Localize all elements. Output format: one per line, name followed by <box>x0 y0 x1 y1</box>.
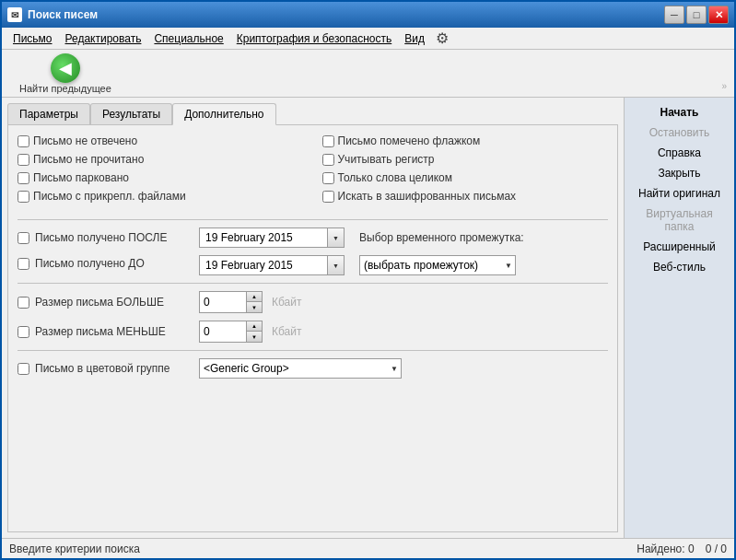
date-after-dropdown-btn[interactable]: ▼ <box>328 228 345 248</box>
section-divider-3 <box>18 350 608 351</box>
menu-bar: Письмо Редактировать Специальное Криптог… <box>2 28 734 50</box>
size-greater-unit: Кбайт <box>272 296 301 309</box>
toolbar: ◀ Найти предыдущее » <box>2 50 734 98</box>
btn-start[interactable]: Начать <box>628 103 730 122</box>
tab-content: Письмо не отвечено Письмо не прочитано П… <box>7 124 618 532</box>
size-less-up-btn[interactable]: ▲ <box>247 321 262 332</box>
label-date-before: Письмо получено ДО <box>35 257 193 270</box>
menu-letter[interactable]: Письмо <box>7 30 58 47</box>
status-bar: Введите критерии поиска Найдено: 0 0 / 0 <box>2 538 734 558</box>
menu-special[interactable]: Специальное <box>148 30 228 47</box>
find-prev-button[interactable]: ◀ Найти предыдущее <box>9 49 122 99</box>
color-group-select[interactable]: <Generic Group> <box>199 358 402 379</box>
checkbox-flagged[interactable] <box>322 135 334 147</box>
window-title: Поиск писем <box>28 8 664 21</box>
date-after-row: Письмо получено ПОСЛЕ 19 February 2015 ▼… <box>18 228 608 248</box>
size-less-input[interactable] <box>200 321 246 342</box>
checkbox-encrypted[interactable] <box>322 191 334 203</box>
size-greater-up-btn[interactable]: ▲ <box>247 292 262 302</box>
btn-close[interactable]: Закрыть <box>628 164 730 182</box>
label-encrypted: Искать в зашифрованных письмах <box>338 190 517 203</box>
size-less-spin-btns: ▲ ▼ <box>246 321 262 342</box>
menu-edit[interactable]: Редактировать <box>60 30 147 47</box>
label-flagged: Письмо помечено флажком <box>338 134 481 147</box>
date-after-input-container: 19 February 2015 ▼ <box>199 228 345 248</box>
label-date-after: Письмо получено ПОСЛЕ <box>35 231 193 244</box>
right-panel: Начать Остановить Справка Закрыть Найти … <box>624 98 734 538</box>
label-size-less: Размер письма МЕНЬШЕ <box>35 325 193 338</box>
color-group-row: Письмо в цветовой группе <Generic Group> <box>18 358 608 379</box>
title-controls: ─ □ ✕ <box>664 6 729 24</box>
status-nav: 0 / 0 <box>706 542 727 555</box>
window-icon: ✉ <box>7 7 22 22</box>
size-less-down-btn[interactable]: ▼ <box>247 332 262 342</box>
label-not-replied: Письмо не отвечено <box>33 134 137 147</box>
menu-crypto[interactable]: Криптография и безопасность <box>231 30 397 47</box>
section-divider-2 <box>18 283 608 284</box>
checkbox-attached[interactable] <box>18 191 29 203</box>
resize-grip: » <box>721 81 727 93</box>
minimize-button[interactable]: ─ <box>664 6 684 24</box>
btn-stop[interactable]: Остановить <box>628 123 730 142</box>
checkbox-case-sensitive[interactable] <box>322 154 334 166</box>
content-area: Параметры Результаты Дополнительно Письм… <box>2 98 734 538</box>
checkbox-col2: Письмо помечено флажком Учитывать регист… <box>322 134 609 208</box>
section-divider-1 <box>18 219 608 220</box>
checkbox-color-group[interactable] <box>18 363 29 375</box>
size-greater-row: Размер письма БОЛЬШЕ ▲ ▼ Кбайт <box>18 291 608 313</box>
size-less-row: Размер письма МЕНЬШЕ ▲ ▼ Кбайт <box>18 321 608 343</box>
size-greater-down-btn[interactable]: ▼ <box>247 302 262 312</box>
checkbox-size-greater[interactable] <box>18 297 29 309</box>
size-greater-spinner: ▲ ▼ <box>199 291 263 313</box>
menu-view[interactable]: Вид <box>399 30 430 47</box>
date-before-input-container: 19 February 2015 ▼ <box>199 255 345 275</box>
checkbox-not-read[interactable] <box>18 154 29 166</box>
maximize-button[interactable]: □ <box>686 6 707 24</box>
checkbox-row-8: Искать в зашифрованных письмах <box>322 190 609 203</box>
date-before-value[interactable]: 19 February 2015 <box>199 255 328 275</box>
checkbox-row-5: Письмо помечено флажком <box>322 134 609 147</box>
checkbox-size-less[interactable] <box>18 326 29 338</box>
checkbox-whole-words[interactable] <box>322 172 334 184</box>
btn-virtual-folder[interactable]: Виртуальная папка <box>628 204 730 236</box>
arrow-circle-icon: ◀ <box>51 53 80 83</box>
size-greater-spin-btns: ▲ ▼ <box>246 292 262 312</box>
btn-help[interactable]: Справка <box>628 144 730 162</box>
checkbox-not-replied[interactable] <box>18 135 29 147</box>
date-before-dropdown-btn[interactable]: ▼ <box>328 255 345 275</box>
time-range-label: Выбор временного промежутка: <box>359 231 524 244</box>
tab-params[interactable]: Параметры <box>7 103 90 125</box>
status-found: Найдено: 0 <box>637 542 694 555</box>
time-range-select[interactable]: (выбрать промежуток) <box>359 255 516 275</box>
checkbox-date-before[interactable] <box>18 258 29 270</box>
size-less-spinner: ▲ ▼ <box>199 321 263 343</box>
close-button[interactable]: ✕ <box>708 6 729 24</box>
tab-results[interactable]: Результаты <box>90 103 172 125</box>
label-whole-words: Только слова целиком <box>338 171 453 184</box>
label-parked: Письмо парковано <box>33 171 129 184</box>
date-before-row: Письмо получено ДО 19 February 2015 ▼ (в… <box>18 255 608 275</box>
tabs: Параметры Результаты Дополнительно <box>7 103 618 125</box>
btn-find-original[interactable]: Найти оригинал <box>628 184 730 203</box>
find-prev-label: Найти предыдущее <box>19 83 111 94</box>
time-range-dropdown-wrapper: (выбрать промежуток) <box>359 255 516 275</box>
label-color-group: Письмо в цветовой группе <box>35 362 193 375</box>
checkbox-row-1: Письмо не отвечено <box>18 134 304 147</box>
settings-icon[interactable]: ⚙ <box>436 29 449 47</box>
tab-additional[interactable]: Дополнительно <box>172 103 275 125</box>
btn-advanced[interactable]: Расширенный <box>628 238 730 256</box>
size-less-unit: Кбайт <box>272 325 301 338</box>
size-greater-input[interactable] <box>200 292 246 312</box>
checkbox-parked[interactable] <box>18 172 29 184</box>
main-window: ✉ Поиск писем ─ □ ✕ Письмо Редактировать… <box>0 0 736 560</box>
checkbox-grid: Письмо не отвечено Письмо не прочитано П… <box>18 134 608 208</box>
main-panel: Параметры Результаты Дополнительно Письм… <box>2 98 624 538</box>
color-group-select-wrapper: <Generic Group> <box>199 358 402 379</box>
checkbox-row-3: Письмо парковано <box>18 171 304 184</box>
checkbox-date-after[interactable] <box>18 232 29 244</box>
btn-web-style[interactable]: Веб-стиль <box>628 258 730 276</box>
date-after-value[interactable]: 19 February 2015 <box>199 228 328 248</box>
time-range-select-wrapper: (выбрать промежуток) <box>359 255 516 275</box>
checkbox-row-7: Только слова целиком <box>322 171 609 184</box>
checkbox-row-2: Письмо не прочитано <box>18 153 304 166</box>
